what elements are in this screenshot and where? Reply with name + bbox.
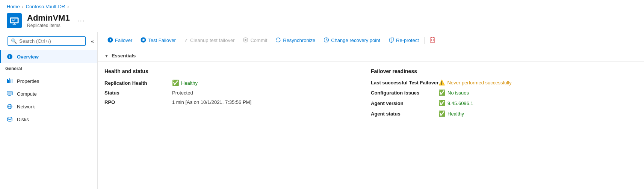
svg-rect-13 (8, 92, 12, 94)
replication-health-label: Replication Health (104, 80, 172, 86)
page-header-text: AdminVM1 Replicated items (27, 13, 70, 28)
reprotect-button[interactable]: Re-protect (385, 35, 423, 46)
failover-readiness-title: Failover readiness (371, 68, 626, 74)
svg-point-27 (245, 39, 246, 41)
sidebar-overview-label: Overview (17, 54, 39, 60)
breadcrumb-home[interactable]: Home (7, 4, 20, 9)
sidebar: 🔍 « i Overview General Properties Comput… (0, 32, 98, 189)
agent-status-ok-icon: ✅ (438, 110, 446, 117)
breadcrumb-sep-2: › (67, 4, 69, 9)
agent-status-label: Agent status (371, 111, 438, 117)
search-input[interactable] (19, 38, 82, 44)
page-subtitle: Replicated items (27, 23, 70, 28)
vm-icon (7, 13, 22, 28)
rpo-value: 1 min [As on 10/1/2021, 7:35:56 PM] (172, 99, 251, 105)
agent-version-row: Agent version ✅ 9.45.6096.1 (371, 100, 626, 106)
toolbar: Failover Test Failover ✓ Cleanup test fa… (98, 32, 644, 49)
compute-icon (6, 90, 13, 97)
vm-svg-icon (9, 16, 19, 26)
never-performed-link[interactable]: Never performed successfully (447, 80, 511, 86)
warning-icon: ⚠️ (438, 80, 445, 86)
agent-status-value: ✅ Healthy (438, 110, 464, 117)
essentials-header[interactable]: ▼ Essentials (98, 49, 644, 62)
status-label: Status (104, 90, 172, 96)
sidebar-disks-label: Disks (17, 117, 29, 122)
resynchronize-button[interactable]: Resynchronize (272, 35, 319, 46)
disks-icon (6, 116, 13, 123)
replication-health-row: Replication Health ✅ Healthy (104, 80, 360, 86)
status-row: Status Protected (104, 90, 360, 96)
reprotect-icon (389, 37, 394, 44)
config-issues-label: Configuration issues (371, 90, 438, 96)
breadcrumb-sep-1: › (22, 4, 24, 9)
last-test-failover-label: Last successful Test Failover (371, 80, 438, 86)
essentials-body: Health and status Replication Health ✅ H… (98, 62, 644, 189)
search-icon: 🔍 (11, 38, 17, 44)
svg-rect-10 (11, 80, 11, 83)
page-header: AdminVM1 Replicated items ··· (0, 11, 644, 32)
commit-button[interactable]: Commit (239, 35, 271, 46)
test-failover-button[interactable]: Test Failover (137, 35, 180, 46)
sidebar-network-label: Network (17, 104, 35, 110)
search-box[interactable]: 🔍 (8, 36, 86, 46)
rpo-row: RPO 1 min [As on 10/1/2021, 7:35:56 PM] (104, 99, 360, 105)
svg-rect-7 (7, 79, 8, 83)
sidebar-item-compute[interactable]: Compute (0, 87, 97, 100)
delete-button[interactable] (426, 35, 439, 46)
essentials-chevron-icon: ▼ (104, 54, 109, 58)
sidebar-compute-label: Compute (17, 91, 37, 97)
svg-text:i: i (9, 55, 11, 59)
network-icon (6, 103, 13, 110)
failover-button[interactable]: Failover (104, 35, 136, 46)
svg-point-20 (8, 120, 12, 122)
commit-icon (243, 37, 248, 44)
agent-version-ok-icon: ✅ (438, 100, 446, 106)
delete-icon (430, 37, 435, 44)
healthy-check-icon: ✅ (172, 80, 179, 86)
sidebar-item-properties[interactable]: Properties (0, 75, 97, 87)
health-status-col: Health and status Replication Health ✅ H… (104, 68, 371, 183)
properties-icon (6, 78, 13, 84)
svg-rect-8 (8, 80, 9, 83)
svg-marker-28 (280, 38, 281, 39)
page-title: AdminVM1 (27, 13, 70, 23)
svg-rect-11 (12, 79, 12, 83)
failover-icon (107, 37, 113, 44)
svg-rect-9 (9, 78, 10, 83)
failover-readiness-col: Failover readiness Last successful Test … (371, 68, 637, 183)
svg-rect-31 (430, 38, 435, 42)
agent-status-row: Agent status ✅ Healthy (371, 110, 626, 117)
resync-icon (275, 37, 281, 44)
collapse-button[interactable]: « (89, 38, 95, 44)
sidebar-item-overview[interactable]: i Overview (0, 50, 97, 63)
sidebar-properties-label: Properties (17, 78, 39, 84)
agent-version-value: ✅ 9.45.6096.1 (438, 100, 473, 106)
agent-version-label: Agent version (371, 100, 438, 106)
sidebar-item-disks[interactable]: Disks (0, 113, 97, 126)
config-issues-value: ✅ No issues (438, 89, 469, 96)
cleanup-test-failover-button[interactable]: ✓ Cleanup test failover (180, 36, 239, 45)
last-test-failover-value: ⚠️ Never performed successfully (438, 80, 511, 86)
config-ok-icon: ✅ (438, 89, 446, 96)
main-layout: 🔍 « i Overview General Properties Comput… (0, 32, 644, 189)
cleanup-icon: ✓ (184, 38, 188, 43)
breadcrumb: Home › Contoso-Vault-DR › (0, 0, 644, 11)
content-area: Failover Test Failover ✓ Cleanup test fa… (98, 32, 644, 189)
health-status-title: Health and status (104, 68, 360, 74)
rpo-label: RPO (104, 99, 172, 105)
sidebar-item-network[interactable]: Network (0, 100, 97, 113)
sidebar-section-general: General (0, 63, 97, 73)
svg-marker-29 (276, 40, 277, 42)
change-recovery-point-button[interactable]: Change recovery point (320, 35, 384, 46)
last-test-failover-row: Last successful Test Failover ⚠️ Never p… (371, 80, 626, 86)
overview-icon: i (6, 53, 13, 60)
breadcrumb-vault[interactable]: Contoso-Vault-DR (26, 4, 65, 9)
svg-point-19 (8, 117, 12, 119)
status-value: Protected (172, 90, 193, 96)
config-issues-row: Configuration issues ✅ No issues (371, 89, 626, 96)
more-options-button[interactable]: ··· (75, 16, 88, 26)
toolbar-divider (424, 37, 425, 44)
recovery-point-icon (324, 37, 329, 44)
replication-health-value: ✅ Healthy (172, 80, 198, 86)
test-failover-icon (141, 37, 146, 44)
